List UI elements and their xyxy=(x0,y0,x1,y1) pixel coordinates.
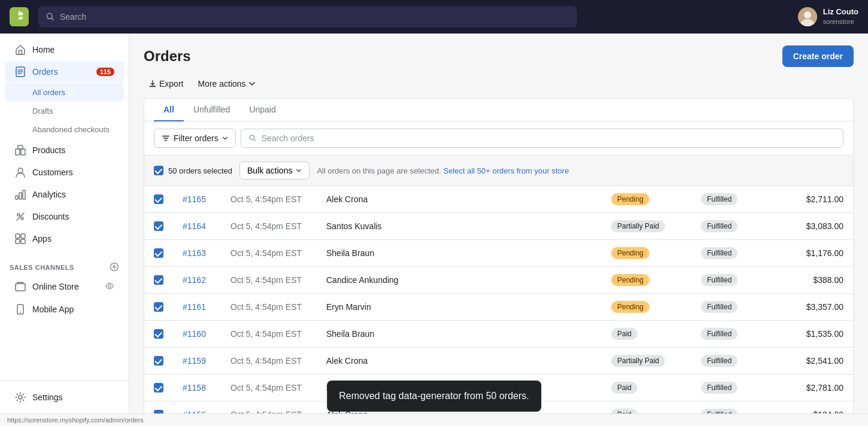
order-payment: Pending xyxy=(602,267,691,294)
order-date: Oct 5, 4:54pm EST xyxy=(221,213,317,240)
svg-rect-14 xyxy=(16,196,18,199)
sidebar-item-analytics[interactable]: Analytics xyxy=(5,184,124,205)
search-orders-field[interactable] xyxy=(241,129,843,148)
analytics-icon xyxy=(14,188,26,200)
svg-point-1 xyxy=(47,13,52,19)
export-button[interactable]: Export xyxy=(144,77,188,91)
order-date: Oct 5, 4:54pm EST xyxy=(221,267,317,294)
sidebar-item-apps[interactable]: Apps xyxy=(5,228,124,249)
tab-all[interactable]: All xyxy=(154,99,184,121)
order-customer: Sheila Braun xyxy=(317,321,602,348)
order-payment: Pending xyxy=(602,186,691,213)
order-payment: Paid xyxy=(602,375,691,401)
row-checkbox[interactable] xyxy=(154,275,163,285)
order-fulfillment: Fulfilled xyxy=(691,240,781,267)
user-menu[interactable]: Liz Couto sorenstore xyxy=(798,7,858,26)
row-checkbox[interactable] xyxy=(154,329,163,339)
order-id: #1162 xyxy=(173,267,221,294)
table-row[interactable]: #1160 Oct 5, 4:54pm EST Sheila Braun Pai… xyxy=(144,321,853,348)
toolbar: Export More actions xyxy=(144,77,854,91)
row-checkbox[interactable] xyxy=(154,383,163,392)
table-row[interactable]: #1159 Oct 5, 4:54pm EST Alek Crona Parti… xyxy=(144,348,853,375)
tab-unpaid[interactable]: Unpaid xyxy=(239,99,285,121)
order-id: #1160 xyxy=(173,321,221,348)
fulfillment-badge: Fulfilled xyxy=(701,193,738,205)
svg-point-3 xyxy=(804,11,811,19)
more-actions-button[interactable]: More actions xyxy=(193,77,260,91)
user-info: Liz Couto sorenstore xyxy=(823,7,858,26)
sidebar-item-drafts[interactable]: Drafts xyxy=(5,102,124,120)
table-row[interactable]: #1161 Oct 5, 4:54pm EST Eryn Marvin Pend… xyxy=(144,294,853,321)
tab-unfulfilled[interactable]: Unfulfilled xyxy=(184,99,239,121)
sidebar-item-orders[interactable]: Orders 115 xyxy=(5,61,124,83)
svg-point-30 xyxy=(20,312,21,313)
svg-rect-33 xyxy=(150,86,156,87)
sidebar-item-customers[interactable]: Customers xyxy=(5,162,124,183)
search-input[interactable] xyxy=(60,12,570,22)
order-payment: Partially Paid xyxy=(602,213,691,240)
main-content: Orders Create order Export More actions … xyxy=(129,34,868,413)
payment-badge: Pending xyxy=(611,193,650,205)
payment-badge: Pending xyxy=(611,247,650,259)
all-orders-label: All orders xyxy=(32,88,65,97)
search-orders-input[interactable] xyxy=(262,133,836,143)
row-checkbox[interactable] xyxy=(154,356,163,366)
order-id: #1156 xyxy=(173,401,221,414)
sales-channels-header: SALES CHANNELS xyxy=(0,255,129,275)
table-row[interactable]: #1162 Oct 5, 4:54pm EST Candice Ankundin… xyxy=(144,267,853,294)
sidebar-item-abandoned[interactable]: Abandoned checkouts xyxy=(5,120,124,139)
svg-point-31 xyxy=(19,395,22,399)
bulk-checkbox[interactable] xyxy=(154,166,163,175)
sidebar-item-settings[interactable]: Settings xyxy=(5,387,124,408)
order-payment: Pending xyxy=(602,294,691,321)
orders-card: All Unfulfilled Unpaid Filter orders xyxy=(144,98,854,413)
payment-badge: Partially Paid xyxy=(611,220,665,232)
page-title: Orders xyxy=(144,48,191,65)
filter-chevron-icon xyxy=(222,135,228,141)
order-date: Oct 5, 4:54pm EST xyxy=(221,294,317,321)
svg-rect-12 xyxy=(18,145,23,149)
sidebar-item-all-orders[interactable]: All orders xyxy=(5,83,124,102)
create-order-button[interactable]: Create order xyxy=(782,45,854,67)
add-sales-channel-icon[interactable] xyxy=(110,262,119,273)
fulfillment-badge: Fulfilled xyxy=(701,382,738,394)
search-icon xyxy=(45,12,55,22)
select-all-link[interactable]: Select all 50+ orders from your store xyxy=(443,166,569,175)
sidebar-item-online-store[interactable]: Online Store xyxy=(5,276,124,297)
logo[interactable] xyxy=(10,7,29,26)
order-fulfillment: Fulfilled xyxy=(691,294,781,321)
analytics-label: Analytics xyxy=(32,190,66,199)
online-store-visibility-icon[interactable] xyxy=(105,281,114,293)
filter-orders-button[interactable]: Filter orders xyxy=(154,129,236,148)
settings-label: Settings xyxy=(32,392,63,402)
filter-row: Filter orders xyxy=(144,121,853,156)
bulk-actions-button[interactable]: Bulk actions xyxy=(239,162,309,179)
order-amount: $3,357.00 xyxy=(781,294,853,321)
sidebar-item-products[interactable]: Products xyxy=(5,139,124,161)
order-payment: Paid xyxy=(602,401,691,414)
selected-indicator: 50 orders selected xyxy=(154,166,232,175)
row-checkbox[interactable] xyxy=(154,221,163,231)
order-id: #1159 xyxy=(173,348,221,375)
fulfillment-badge: Fulfilled xyxy=(701,274,738,286)
svg-rect-15 xyxy=(19,193,22,199)
order-payment: Pending xyxy=(602,240,691,267)
customers-icon xyxy=(14,166,26,178)
chevron-down-icon xyxy=(248,80,256,87)
table-row[interactable]: #1164 Oct 5, 4:54pm EST Santos Kuvalis P… xyxy=(144,213,853,240)
sidebar-item-home[interactable]: Home xyxy=(5,39,124,60)
row-checkbox[interactable] xyxy=(154,302,163,312)
svg-rect-10 xyxy=(16,149,20,155)
order-date: Oct 5, 4:54pm EST xyxy=(221,186,317,213)
toast-notification: Removed tag data-generator from 50 order… xyxy=(327,381,541,412)
order-fulfillment: Fulfilled xyxy=(691,401,781,414)
sidebar-item-mobile-app[interactable]: Mobile App xyxy=(5,299,124,320)
global-search[interactable] xyxy=(38,6,577,28)
sidebar-item-discounts[interactable]: Discounts xyxy=(5,206,124,227)
table-row[interactable]: #1163 Oct 5, 4:54pm EST Sheila Braun Pen… xyxy=(144,240,853,267)
table-row[interactable]: #1165 Oct 5, 4:54pm EST Alek Crona Pendi… xyxy=(144,186,853,213)
order-customer: Sheila Braun xyxy=(317,240,602,267)
row-checkbox[interactable] xyxy=(154,248,163,258)
row-checkbox[interactable] xyxy=(154,194,163,204)
fulfillment-badge: Fulfilled xyxy=(701,247,738,259)
